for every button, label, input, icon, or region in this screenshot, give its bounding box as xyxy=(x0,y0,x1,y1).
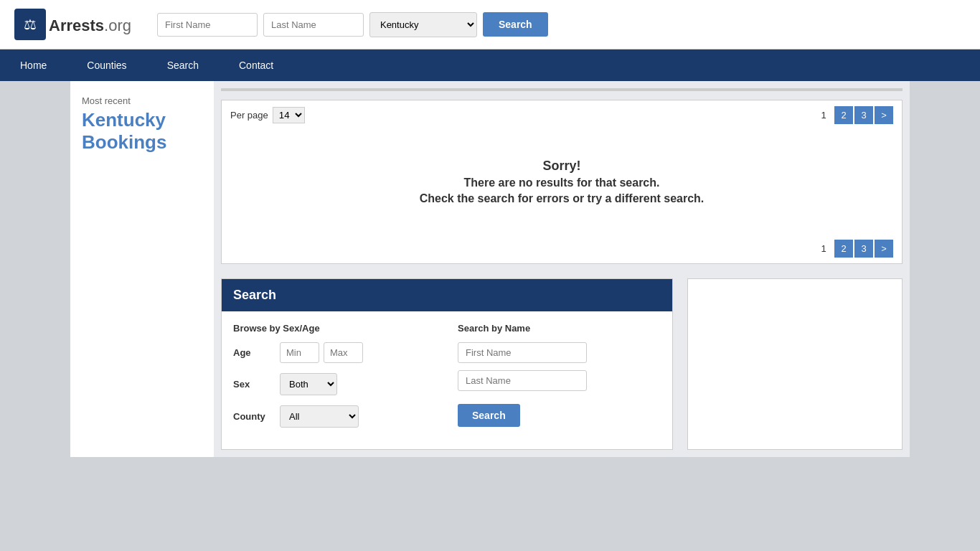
page-1: 1 xyxy=(814,107,833,123)
name-search-title: Search by Name xyxy=(458,323,661,334)
top-pagination-numbers: 1 2 3 > xyxy=(814,106,893,124)
sex-select[interactable]: BothMaleFemale xyxy=(280,373,337,395)
state-title-line1: Kentucky xyxy=(82,109,202,131)
left-sidebar: Most recent Kentucky Bookings xyxy=(70,81,214,457)
state-title-line2: Bookings xyxy=(82,131,202,154)
browse-section: Browse by Sex/Age Age Sex xyxy=(233,323,436,438)
search-last-name-input[interactable] xyxy=(458,370,587,391)
nav-item-home[interactable]: Home xyxy=(0,50,67,81)
page-3[interactable]: 3 xyxy=(854,106,873,124)
age-row: Age xyxy=(233,342,436,363)
logo-suffix: .org xyxy=(104,17,131,34)
main: Most recent Kentucky Bookings Per page 1… xyxy=(63,81,917,457)
logo-text: Arrests.org xyxy=(49,13,131,36)
county-select[interactable]: All xyxy=(280,405,359,428)
next-button-bottom[interactable]: > xyxy=(875,240,893,258)
per-page-select[interactable]: 10142550 xyxy=(273,107,305,123)
age-label: Age xyxy=(233,347,280,358)
nav-item-search[interactable]: Search xyxy=(147,50,219,81)
name-search-section: Search by Name Search xyxy=(458,323,661,438)
search-row: Search Browse by Sex/Age Age xyxy=(221,271,903,450)
age-inputs xyxy=(280,342,363,363)
most-recent-label: Most recent xyxy=(82,95,202,106)
nav: Home Counties Search Contact xyxy=(0,50,980,81)
no-results-line3: Check the search for errors or try a dif… xyxy=(236,192,887,205)
search-box-body: Browse by Sex/Age Age Sex xyxy=(222,311,672,449)
search-box-header: Search xyxy=(222,279,672,311)
page-2[interactable]: 2 xyxy=(834,106,853,124)
per-page-label: Per page xyxy=(230,110,268,121)
center-content: Per page 10142550 1 2 3 > Sorry! There a… xyxy=(214,81,910,457)
per-page-area: Per page 10142550 xyxy=(230,107,305,123)
last-name-row xyxy=(458,370,661,391)
bottom-pagination-bar: 1 2 3 > xyxy=(222,234,902,263)
county-row: County All xyxy=(233,405,436,428)
nav-item-counties[interactable]: Counties xyxy=(67,50,146,81)
search-first-name-input[interactable] xyxy=(458,342,587,363)
next-button-top[interactable]: > xyxy=(875,106,893,124)
header-search-button[interactable]: Search xyxy=(483,12,548,37)
right-sidebar xyxy=(687,278,903,450)
logo-name: Arrests xyxy=(49,17,104,34)
header-last-name-input[interactable] xyxy=(263,13,364,37)
sex-row: Sex BothMaleFemale xyxy=(233,373,436,395)
bottom-page-2[interactable]: 2 xyxy=(834,240,853,258)
top-divider xyxy=(221,88,903,91)
browse-section-title: Browse by Sex/Age xyxy=(233,323,436,334)
nav-item-contact[interactable]: Contact xyxy=(219,50,293,81)
header-inputs: KentuckyAlabamaAlaskaArizonaArkansasCali… xyxy=(157,12,548,37)
state-title: Kentucky Bookings xyxy=(82,109,202,154)
bottom-pagination-numbers: 1 2 3 > xyxy=(814,240,893,258)
county-label: County xyxy=(233,411,280,422)
first-name-row xyxy=(458,342,661,363)
bottom-page-1: 1 xyxy=(814,240,833,257)
bottom-page-3[interactable]: 3 xyxy=(854,240,873,258)
header: ⚖ Arrests.org KentuckyAlabamaAlaskaArizo… xyxy=(0,0,980,50)
search-submit-button[interactable]: Search xyxy=(458,404,520,427)
no-results-line2: There are no results for that search. xyxy=(236,176,887,189)
age-max-input[interactable] xyxy=(324,342,363,363)
top-pagination-bar: Per page 10142550 1 2 3 > xyxy=(222,100,902,130)
no-results: Sorry! There are no results for that sea… xyxy=(222,130,902,234)
header-state-select[interactable]: KentuckyAlabamaAlaskaArizonaArkansasCali… xyxy=(369,12,477,37)
age-min-input[interactable] xyxy=(280,342,319,363)
header-first-name-input[interactable] xyxy=(157,13,258,37)
results-box: Per page 10142550 1 2 3 > Sorry! There a… xyxy=(221,100,903,264)
logo-area: ⚖ Arrests.org xyxy=(14,9,131,40)
search-box: Search Browse by Sex/Age Age xyxy=(221,278,673,450)
sex-label: Sex xyxy=(233,379,280,390)
outer-layout: Most recent Kentucky Bookings Per page 1… xyxy=(70,81,910,457)
sorry-line: Sorry! xyxy=(236,159,887,174)
logo-icon: ⚖ xyxy=(14,9,46,40)
